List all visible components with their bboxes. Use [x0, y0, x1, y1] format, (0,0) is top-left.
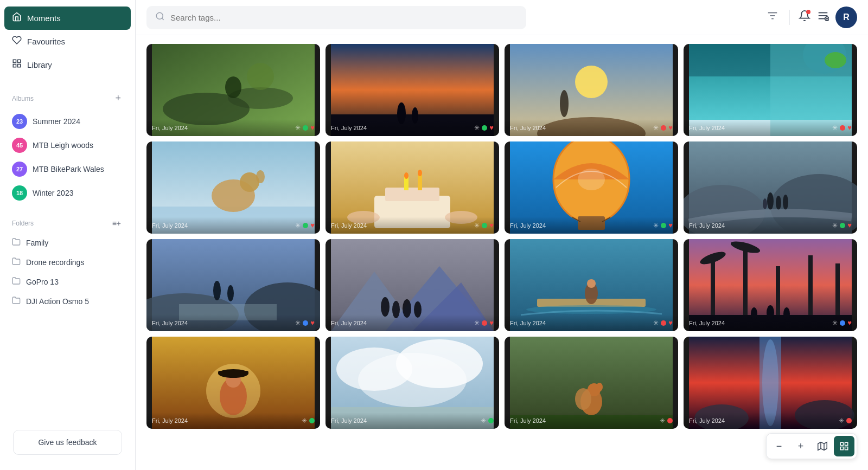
feedback-button[interactable]: Give us feedback — [13, 430, 122, 455]
photo-grid-container[interactable]: Fri, July 2024 ✳ ♥ — [136, 35, 868, 470]
feedback-label: Give us feedback — [38, 438, 97, 447]
folder-dji[interactable]: DJI Action Osmo 5 — [4, 292, 131, 311]
photo-card-1[interactable]: Fri, July 2024 ✳ ♥ — [146, 44, 320, 136]
heart-icon-4[interactable]: ♥ — [847, 124, 852, 132]
user-avatar[interactable]: R — [835, 7, 857, 28]
album-badge-mtbbike: 27 — [12, 162, 27, 177]
heart-icon-11[interactable]: ♥ — [668, 319, 673, 327]
heart-icon-10[interactable]: ♥ — [489, 319, 494, 327]
svg-point-72 — [381, 297, 390, 317]
main-content: R Fri, July 2024 ✳ — [136, 0, 868, 470]
albums-section-label: Albums — [12, 95, 34, 102]
photo-meta-5: Fri, July 2024 ✳ ♥ — [146, 217, 320, 234]
photo-actions-12: ✳ ♥ — [832, 319, 852, 327]
photo-card-5[interactable]: Fri, July 2024 ✳ ♥ — [146, 141, 320, 234]
sidebar-item-library[interactable]: Library — [4, 53, 131, 76]
snowflake-icon-6: ✳ — [474, 222, 480, 229]
svg-point-79 — [587, 279, 596, 288]
photo-actions-5: ✳ ♥ — [295, 221, 315, 229]
sidebar-item-favourites[interactable]: Favourites — [4, 30, 131, 53]
snowflake-icon-7: ✳ — [653, 222, 659, 229]
photo-date-7: Fri, July 2024 — [510, 222, 546, 229]
photo-meta-16: Fri, July 2024 ✳ — [684, 413, 857, 429]
photo-date-8: Fri, July 2024 — [689, 222, 725, 229]
album-label-summer2024: Summer 2024 — [33, 117, 80, 126]
photo-actions-15: ✳ — [660, 417, 673, 424]
photo-card-11[interactable]: Fri, July 2024 ✳ ♥ — [505, 239, 678, 331]
album-mtbleigh[interactable]: 45 MTB Leigh woods — [4, 133, 131, 157]
photo-meta-13: Fri, July 2024 ✳ — [146, 413, 320, 429]
snowflake-icon-1: ✳ — [295, 124, 301, 132]
heart-icon-3[interactable]: ♥ — [668, 124, 673, 132]
photo-card-3[interactable]: Fri, July 2024 ✳ ♥ — [505, 44, 678, 136]
sort-button[interactable] — [764, 8, 781, 27]
photo-card-9[interactable]: Fri, July 2024 ✳ ♥ — [146, 239, 320, 331]
photo-meta-2: Fri, July 2024 ✳ ♥ — [326, 119, 499, 136]
zoom-out-icon: − — [776, 441, 782, 452]
photo-card-8[interactable]: Fri, July 2024 ✳ ♥ — [684, 141, 857, 234]
heart-icon-7[interactable]: ♥ — [668, 221, 673, 229]
search-input[interactable] — [170, 13, 518, 22]
search-bar[interactable] — [146, 6, 526, 29]
zoom-out-button[interactable]: − — [769, 436, 789, 456]
album-badge-summer2024: 23 — [12, 114, 27, 129]
library-label: Library — [27, 60, 52, 69]
svg-rect-3 — [13, 65, 16, 67]
search-icon — [155, 11, 165, 24]
album-summer2024[interactable]: 23 Summer 2024 — [4, 110, 131, 133]
photo-date-15: Fri, July 2024 — [510, 417, 546, 424]
svg-rect-118 — [840, 442, 843, 445]
photo-card-10[interactable]: Fri, July 2024 ✳ ♥ — [326, 239, 499, 331]
folder-icon-drone — [12, 257, 21, 268]
album-mtbbike[interactable]: 27 MTB BikePark Wales — [4, 157, 131, 181]
photo-card-7[interactable]: Fri, July 2024 ✳ ♥ — [505, 141, 678, 234]
photo-actions-9: ✳ ♥ — [295, 319, 315, 327]
photo-date-6: Fri, July 2024 — [331, 222, 367, 229]
photo-actions-11: ✳ ♥ — [653, 319, 673, 327]
svg-point-4 — [156, 12, 163, 19]
header: R — [136, 0, 868, 35]
add-to-album-button[interactable] — [817, 10, 829, 25]
zoom-in-button[interactable]: + — [790, 436, 811, 456]
zoom-toolbar: − + — [766, 433, 857, 459]
folder-drone[interactable]: Drone recordings — [4, 253, 131, 272]
album-winter2023[interactable]: 18 Winter 2023 — [4, 181, 131, 205]
photo-card-16[interactable]: Fri, July 2024 ✳ — [684, 337, 857, 429]
sidebar-item-moments[interactable]: Moments — [4, 7, 131, 30]
photo-actions-1: ✳ ♥ — [295, 124, 315, 132]
add-album-btn[interactable]: + — [113, 92, 123, 105]
photo-card-2[interactable]: Fri, July 2024 ✳ ♥ — [326, 44, 499, 136]
photo-card-6[interactable]: Fri, July 2024 ✳ ♥ — [326, 141, 499, 234]
photo-card-13[interactable]: Fri, July 2024 ✳ — [146, 337, 320, 429]
photo-actions-8: ✳ ♥ — [832, 221, 852, 229]
heart-icon-5[interactable]: ♥ — [310, 221, 315, 229]
heart-icon-8[interactable]: ♥ — [847, 221, 852, 229]
photo-actions-7: ✳ ♥ — [653, 221, 673, 229]
photo-meta-10: Fri, July 2024 ✳ ♥ — [326, 314, 499, 331]
photo-card-4[interactable]: Fri, July 2024 ✳ ♥ — [684, 44, 857, 136]
heart-icon-12[interactable]: ♥ — [847, 319, 852, 327]
folder-family[interactable]: Family — [4, 233, 131, 253]
zoom-in-icon: + — [798, 441, 804, 452]
photo-card-12[interactable]: Fri, July 2024 ✳ ♥ — [684, 239, 857, 331]
add-folder-btn[interactable]: ≡+ — [110, 218, 123, 229]
folder-label-dji: DJI Action Osmo 5 — [26, 297, 89, 306]
grid-view-button[interactable] — [834, 436, 854, 456]
heart-icon-6[interactable]: ♥ — [489, 221, 494, 229]
folder-gopro[interactable]: GoPro 13 — [4, 272, 131, 292]
photo-card-15[interactable]: Fri, July 2024 ✳ — [505, 337, 678, 429]
heart-icon-1[interactable]: ♥ — [310, 124, 315, 132]
folder-label-drone: Drone recordings — [26, 258, 84, 267]
svg-rect-98 — [218, 371, 248, 374]
photo-card-14[interactable]: Fri, July 2024 ✳ — [326, 337, 499, 429]
photo-actions-14: ✳ — [481, 417, 494, 424]
svg-rect-43 — [418, 174, 422, 190]
map-view-button[interactable] — [812, 436, 833, 456]
photo-date-3: Fri, July 2024 — [510, 125, 546, 131]
notification-button[interactable] — [799, 10, 810, 25]
photo-actions-2: ✳ ♥ — [474, 124, 494, 132]
heart-icon-2[interactable]: ♥ — [489, 124, 494, 132]
heart-icon-9[interactable]: ♥ — [310, 319, 315, 327]
svg-rect-119 — [845, 442, 848, 445]
snowflake-icon-14: ✳ — [481, 417, 486, 424]
